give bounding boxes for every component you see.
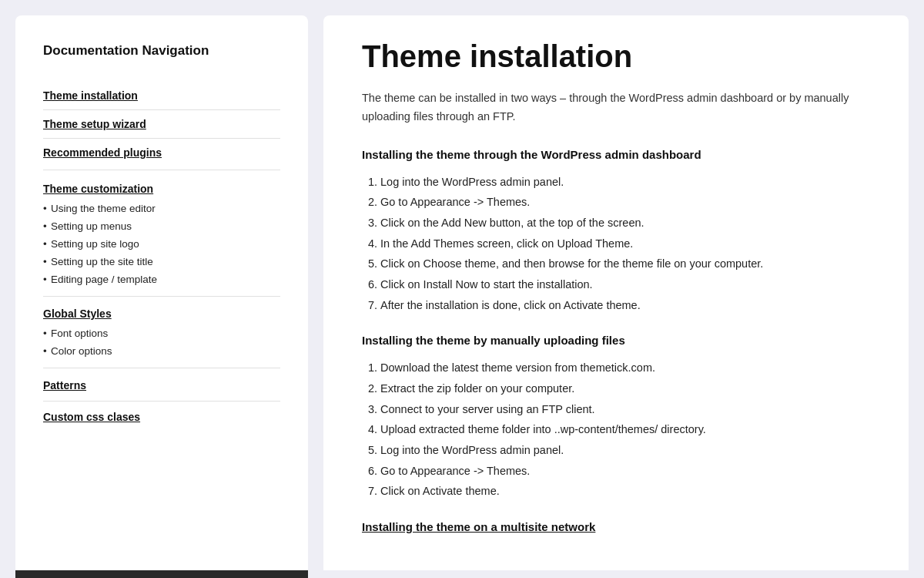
section-manual-upload: Installing the theme by manually uploadi… (362, 334, 870, 501)
sidebar-item-recommended-plugins[interactable]: Recommended plugins (43, 139, 280, 166)
section-multisite: Installing the theme on a multisite netw… (362, 520, 870, 533)
list-item: Upload extracted theme folder into ..wp-… (380, 419, 870, 440)
theme-customization-subitems: Using the theme editor Setting up menus … (43, 200, 280, 297)
list-item: Click on Choose theme, and then browse f… (380, 254, 870, 274)
sidebar-item-patterns[interactable]: Patterns (43, 370, 280, 402)
sidebar-item-theme-installation[interactable]: Theme installation (43, 82, 280, 110)
sidebar-subitem-color-options[interactable]: Color options (43, 342, 280, 360)
sidebar: Documentation Navigation Theme installat… (15, 15, 308, 570)
sidebar-item-global-styles[interactable]: Global Styles (43, 298, 280, 324)
steps-list-manual: Download the latest theme version from t… (362, 358, 870, 501)
sidebar-subitem-using-theme-editor[interactable]: Using the theme editor (43, 200, 280, 217)
sidebar-subitem-editing-page-template[interactable]: Editing page / template (43, 271, 280, 288)
sidebar-item-theme-setup-wizard[interactable]: Theme setup wizard (43, 110, 280, 139)
list-item: Extract the zip folder on your computer. (380, 378, 870, 399)
intro-text: The theme can be installed in two ways –… (362, 89, 870, 126)
nav-section-global-styles: Global Styles Font options Color options (43, 298, 280, 368)
list-item: Log into the WordPress admin panel. (380, 172, 870, 193)
sidebar-subitem-font-options[interactable]: Font options (43, 324, 280, 342)
page-title: Theme installation (362, 39, 870, 74)
section-heading-admin-dashboard: Installing the theme through the WordPre… (362, 148, 870, 161)
divider-1 (43, 170, 280, 170)
list-item: Go to Appearance -> Themes. (380, 192, 870, 213)
section-admin-dashboard: Installing the theme through the WordPre… (362, 148, 870, 315)
bottom-image-panel (15, 570, 308, 578)
bottom-row (0, 570, 924, 578)
sidebar-subitem-setting-up-site-title[interactable]: Setting up the site title (43, 253, 280, 271)
list-item: After the installation is done, click on… (380, 295, 870, 316)
sidebar-title: Documentation Navigation (43, 43, 280, 59)
list-item: Click on the Add New button, at the top … (380, 213, 870, 234)
list-item: In the Add Themes screen, click on Uploa… (380, 234, 870, 254)
list-item: Click on Activate theme. (380, 481, 870, 502)
list-item: Click on Install Now to start the instal… (380, 274, 870, 295)
section-heading-manual-upload: Installing the theme by manually uploadi… (362, 334, 870, 347)
list-item: Connect to your server using an FTP clie… (380, 399, 870, 420)
list-item: Go to Appearance -> Themes. (380, 461, 870, 482)
main-content: Theme installation The theme can be inst… (323, 15, 909, 570)
sidebar-subitem-setting-up-menus[interactable]: Setting up menus (43, 217, 280, 235)
section-heading-multisite[interactable]: Installing the theme on a multisite netw… (362, 520, 870, 533)
sidebar-item-custom-css-classes[interactable]: Custom css clases (43, 402, 280, 432)
steps-list-admin: Log into the WordPress admin panel. Go t… (362, 172, 870, 315)
list-item: Log into the WordPress admin panel. (380, 440, 870, 461)
sidebar-subitem-setting-up-site-logo[interactable]: Setting up site logo (43, 235, 280, 253)
global-styles-subitems: Font options Color options (43, 324, 280, 368)
nav-section-theme-customization: Theme customization Using the theme edit… (43, 173, 280, 297)
sidebar-item-theme-customization[interactable]: Theme customization (43, 173, 280, 200)
list-item: Download the latest theme version from t… (380, 358, 870, 378)
